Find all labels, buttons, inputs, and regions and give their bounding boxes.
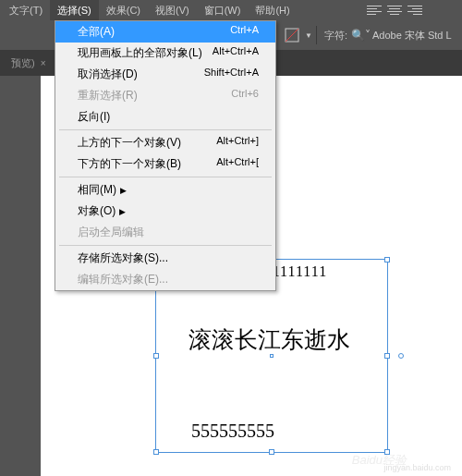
menu-edit-selection: 编辑所选对象(E)... [55, 269, 275, 290]
text-line-2[interactable]: 滚滚长江东逝水 [188, 324, 350, 355]
font-name: Adobe 宋体 Std L [372, 29, 452, 43]
center-point[interactable] [270, 354, 274, 358]
svg-line-1 [286, 29, 298, 42]
chevron-down-icon[interactable]: ▼ [305, 31, 312, 40]
menubar: 文字(T) 选择(S) 效果(C) 视图(V) 窗口(W) 帮助(H) [0, 0, 462, 20]
tab-label: 预览) [11, 56, 35, 70]
menu-reselect: 重新选择(R)Ctrl+6 [55, 85, 275, 106]
align-center-icon[interactable] [384, 1, 405, 19]
menu-separator [59, 245, 272, 246]
toolbox[interactable] [0, 76, 41, 476]
menu-separator [59, 129, 272, 130]
handle-mid-left[interactable] [153, 353, 159, 359]
menu-select-all[interactable]: 全部(A)Ctrl+A [55, 21, 275, 43]
menu-deselect[interactable]: 取消选择(D)Shift+Ctrl+A [55, 64, 275, 85]
chevron-right-icon: ▶ [119, 207, 126, 216]
menu-select[interactable]: 选择(S) [50, 0, 99, 20]
select-menu-dropdown: 全部(A)Ctrl+A 现用画板上的全部对象(L)Alt+Ctrl+A 取消选择… [55, 20, 276, 291]
close-icon[interactable]: × [41, 58, 46, 68]
chevron-right-icon: ▶ [120, 186, 127, 195]
menu-window[interactable]: 窗口(W) [197, 0, 249, 20]
watermark-url: jingyan.baidu.com [383, 463, 451, 472]
align-left-icon[interactable] [364, 1, 384, 19]
menu-same[interactable]: 相同(M)▶ [55, 179, 275, 201]
menu-inverse[interactable]: 反向(I) [55, 106, 275, 128]
handle-bot-mid[interactable] [269, 449, 274, 455]
menu-help[interactable]: 帮助(H) [248, 0, 297, 20]
menu-view[interactable]: 视图(V) [148, 0, 197, 20]
handle-top-right[interactable] [384, 257, 390, 262]
text-line-3[interactable]: 555555555 [191, 421, 274, 442]
document-tab[interactable]: 预览) × [6, 56, 52, 70]
menu-next-above[interactable]: 上方的下一个对象(V)Alt+Ctrl+] [55, 132, 275, 153]
font-combo[interactable]: 🔍˅ Adobe 宋体 Std L [351, 29, 452, 43]
char-label: 字符: [324, 29, 347, 43]
search-icon: 🔍˅ [351, 29, 371, 42]
handle-mid-right[interactable] [384, 353, 390, 359]
menu-next-below[interactable]: 下方的下一个对象(B)Alt+Ctrl+[ [55, 153, 275, 175]
menu-text[interactable]: 文字(T) [2, 0, 50, 20]
side-widget[interactable] [398, 353, 404, 359]
handle-bot-left[interactable] [153, 449, 159, 455]
separator [316, 26, 317, 44]
menu-select-artboard[interactable]: 现用画板上的全部对象(L)Alt+Ctrl+A [55, 43, 275, 64]
menu-object[interactable]: 对象(O)▶ [55, 201, 275, 222]
align-right-icon[interactable] [405, 1, 425, 19]
no-color-icon[interactable] [280, 23, 304, 47]
menu-global-edit: 启动全局编辑 [55, 222, 275, 243]
menu-effect[interactable]: 效果(C) [99, 0, 148, 20]
menu-save-selection[interactable]: 存储所选对象(S)... [55, 248, 275, 269]
menu-separator [59, 177, 272, 177]
